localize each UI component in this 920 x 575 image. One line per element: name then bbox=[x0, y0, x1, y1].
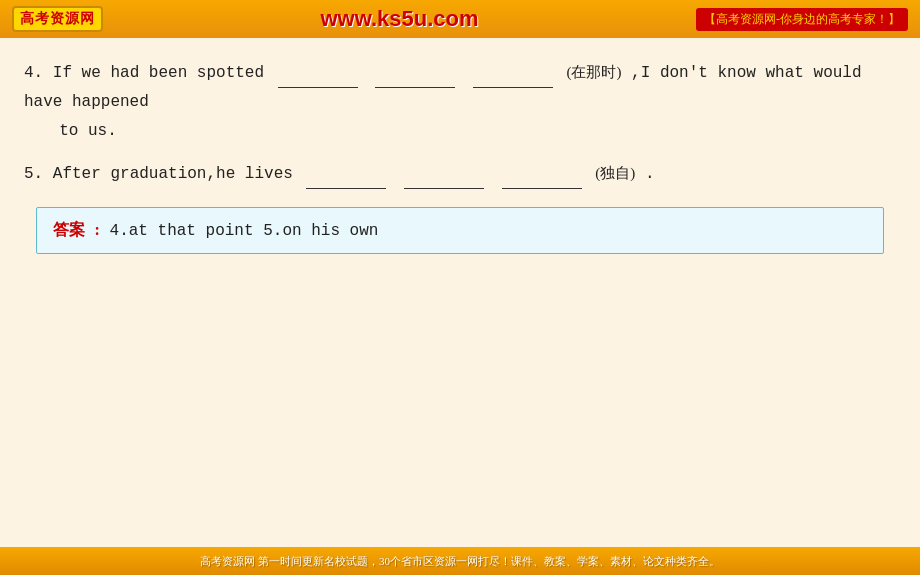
q5-text-before: After graduation,he lives bbox=[53, 165, 293, 183]
q5-blank-2 bbox=[404, 159, 484, 189]
q4-blank-3 bbox=[473, 58, 553, 88]
q4-hint: (在那时) bbox=[566, 64, 621, 80]
header-slogan: 【高考资源网-你身边的高考专家！】 bbox=[696, 8, 908, 31]
answer-label: 答案 bbox=[53, 221, 85, 238]
question-5: 5. After graduation,he lives (独自) . bbox=[24, 159, 896, 189]
logo-area: 高考资源网 bbox=[12, 6, 103, 32]
q4-continuation: to us. bbox=[24, 122, 117, 140]
q5-blank-3 bbox=[502, 159, 582, 189]
header: 高考资源网 www.ks5u.com 【高考资源网-你身边的高考专家！】 bbox=[0, 0, 920, 38]
logo-text: 高考资源网 bbox=[12, 6, 103, 32]
q4-text-before: If we had been spotted bbox=[53, 64, 264, 82]
q5-blank-1 bbox=[306, 159, 386, 189]
answer-content: 4.at that point 5.on his own bbox=[110, 222, 379, 240]
answer-colon: : bbox=[95, 221, 100, 238]
answer-box: 答案 : 4.at that point 5.on his own bbox=[36, 207, 884, 254]
q5-text-after: . bbox=[645, 165, 655, 183]
q4-blank-2 bbox=[375, 58, 455, 88]
q5-hint: (独自) bbox=[595, 165, 635, 181]
q5-number: 5. bbox=[24, 165, 43, 183]
footer: 高考资源网 第一时间更新名校试题，30个省市区资源一网打尽！课件、教案、学案、素… bbox=[0, 547, 920, 575]
q4-number: 4. bbox=[24, 64, 43, 82]
site-url: www.ks5u.com bbox=[320, 6, 478, 32]
q4-blank-1 bbox=[278, 58, 358, 88]
main-content: 4. If we had been spotted (在那时) ,I don't… bbox=[0, 38, 920, 274]
footer-text: 高考资源网 第一时间更新名校试题，30个省市区资源一网打尽！课件、教案、学案、素… bbox=[200, 554, 720, 569]
question-4: 4. If we had been spotted (在那时) ,I don't… bbox=[24, 58, 896, 145]
